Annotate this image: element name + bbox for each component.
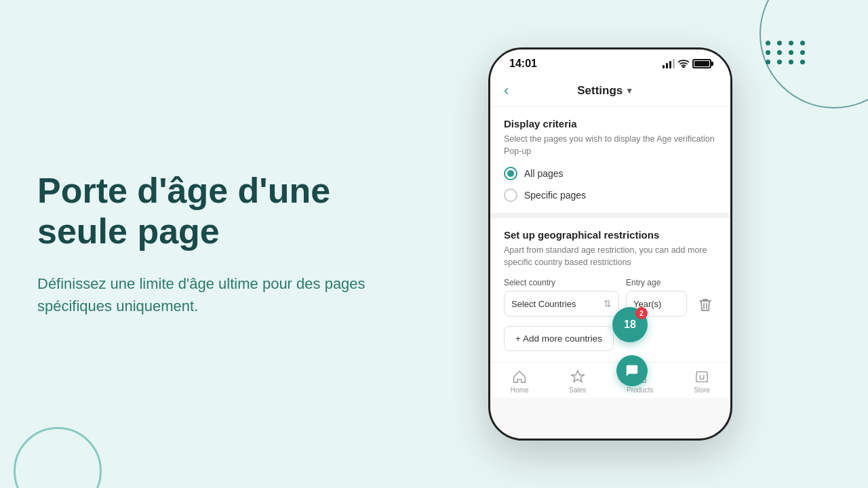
country-row: Select country Select Countries ⇅ Entry … — [504, 278, 717, 317]
svg-point-0 — [683, 66, 684, 68]
radio-group: All pages Specific pages — [504, 167, 717, 202]
radio-all-pages-label: All pages — [524, 168, 564, 179]
geo-restrictions-title: Set up geographical restrictions — [504, 229, 717, 241]
select-arrow-icon: ⇅ — [604, 298, 612, 309]
display-criteria-title: Display criteria — [504, 118, 717, 129]
floating-badge-notification: 2 — [635, 307, 648, 319]
phone-mockup: 14:01 ‹ — [488, 47, 732, 441]
signal-icon — [663, 59, 675, 68]
select-countries-field[interactable]: Select Countries ⇅ — [504, 291, 619, 317]
delete-country-button[interactable] — [694, 293, 717, 317]
status-icons — [663, 58, 711, 70]
radio-all-pages[interactable]: All pages — [504, 167, 717, 180]
nav-title: Settings ▼ — [509, 84, 702, 98]
sales-icon — [570, 369, 585, 384]
nav-item-home-label: Home — [511, 386, 529, 394]
nav-item-store-label: Store — [694, 386, 710, 394]
entry-age-value: Year(s) — [633, 299, 661, 309]
store-icon — [694, 369, 709, 384]
display-criteria-desc: Select the pages you wish to display the… — [504, 134, 717, 157]
geo-restrictions-section: Set up geographical restrictions Apart f… — [490, 218, 730, 362]
left-panel: Porte d'âge d'une seule page Définissez … — [37, 171, 376, 317]
nav-item-store[interactable]: Store — [694, 369, 710, 394]
radio-specific-pages[interactable]: Specific pages — [504, 188, 717, 202]
nav-item-products-label: Products — [627, 386, 653, 394]
entry-age-label: Entry age — [626, 278, 687, 287]
radio-specific-pages-circle — [504, 188, 517, 202]
dropdown-arrow-icon: ▼ — [625, 86, 633, 96]
decorative-circle-bottom-left — [14, 427, 102, 488]
notification-count: 2 — [639, 310, 644, 317]
nav-item-sales-label: Sales — [569, 386, 586, 394]
floating-age-badge: 18 2 — [612, 307, 648, 342]
select-country-label: Select country — [504, 278, 619, 287]
nav-item-sales[interactable]: Sales — [569, 369, 586, 394]
nav-item-home[interactable]: Home — [511, 369, 529, 394]
content-area: Display criteria Select the pages you wi… — [490, 107, 730, 398]
phone-screen: 14:01 ‹ — [488, 47, 732, 441]
add-countries-button[interactable]: + Add more countries — [504, 326, 614, 351]
home-icon — [512, 369, 527, 384]
radio-all-pages-circle — [504, 167, 517, 180]
main-title: Porte d'âge d'une seule page — [37, 171, 376, 252]
chat-icon — [625, 363, 639, 378]
bottom-nav: Home Sales Products Store — [490, 362, 730, 398]
display-criteria-section: Display criteria Select the pages you wi… — [490, 107, 730, 213]
status-time: 14:01 — [509, 58, 537, 70]
floating-badge-value: 18 — [624, 319, 636, 331]
decorative-dots — [766, 41, 807, 64]
floating-chat-button[interactable] — [616, 355, 648, 386]
subtitle: Définissez une limite d'âge ultime pour … — [37, 272, 376, 317]
select-country-group: Select country Select Countries ⇅ — [504, 278, 619, 317]
geo-restrictions-desc: Apart from standard age restriction, you… — [504, 245, 717, 268]
status-bar: 14:01 — [490, 49, 730, 75]
nav-bar: ‹ Settings ▼ — [490, 75, 730, 107]
wifi-icon — [678, 58, 689, 70]
radio-specific-pages-label: Specific pages — [524, 190, 586, 201]
battery-icon — [692, 59, 711, 68]
back-button[interactable]: ‹ — [504, 82, 509, 100]
select-countries-value: Select Countries — [511, 299, 576, 309]
